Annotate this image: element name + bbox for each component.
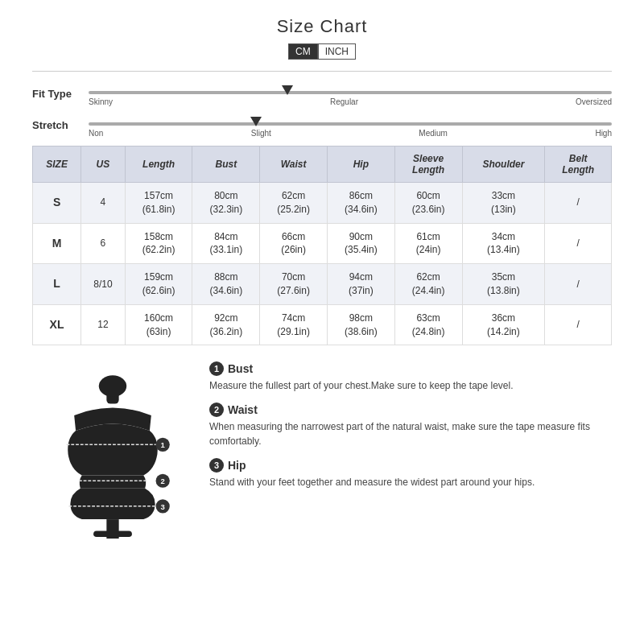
table-row: M6158cm(62.2in)84cm(33.1in)66cm(26in)90c…	[33, 223, 612, 264]
measurement-bust-title: 1Bust	[209, 361, 612, 376]
table-row: XL12160cm(63in)92cm(36.2in)74cm(29.1in)9…	[33, 304, 612, 345]
measurement-hip: 3HipStand with your feet together and me…	[209, 458, 612, 489]
measurement-bust: 1BustMeasure the fullest part of your ch…	[209, 361, 612, 393]
measurement-waist-title: 2Waist	[209, 402, 612, 417]
data-cell: 86cm(34.6in)	[327, 183, 394, 224]
data-cell: /	[545, 264, 612, 305]
fit-type-label-skinny: Skinny	[89, 97, 113, 106]
measurements-info: 1BustMeasure the fullest part of your ch…	[209, 361, 612, 539]
table-row: S4157cm(61.8in)80cm(32.3in)62cm(25.2in)8…	[33, 183, 612, 224]
fit-type-slider[interactable]: Skinny Regular Oversized	[89, 83, 612, 106]
data-cell: 98cm(38.6in)	[327, 304, 394, 345]
col-length: Length	[125, 147, 192, 183]
fit-type-track	[89, 91, 612, 94]
inch-button[interactable]: INCH	[318, 43, 356, 60]
data-cell: /	[545, 183, 612, 224]
data-cell: 88cm(34.6in)	[192, 264, 260, 305]
data-cell: 158cm(62.2in)	[125, 223, 192, 264]
col-shoulder: Shoulder	[462, 147, 545, 183]
fit-type-label-oversized: Oversized	[576, 97, 612, 106]
data-cell: 80cm(32.3in)	[192, 183, 260, 224]
measurement-waist: 2WaistWhen measuring the narrowest part …	[209, 402, 612, 448]
col-belt: BeltLength	[545, 147, 612, 183]
mannequin-wrap: 1 2 3	[32, 361, 193, 539]
data-cell: /	[545, 223, 612, 264]
cm-button[interactable]: CM	[288, 43, 318, 60]
svg-text:2: 2	[161, 477, 165, 485]
stretch-label: Stretch	[32, 114, 89, 131]
data-cell: 62cm(25.2in)	[260, 183, 328, 224]
mannequin-svg: 1 2 3	[40, 361, 185, 539]
divider	[32, 71, 612, 72]
stretch-label-non: Non	[89, 129, 103, 138]
stretch-label-slight: Slight	[251, 129, 271, 138]
data-cell: 33cm(13in)	[462, 183, 545, 224]
table-header-row: SIZE US Length Bust Waist Hip SleeveLeng…	[33, 147, 612, 183]
stretch-section: Stretch Non Slight Medium High	[32, 114, 612, 138]
stretch-labels: Non Slight Medium High	[89, 129, 612, 138]
data-cell: 63cm(24.8in)	[394, 304, 462, 345]
svg-point-3	[99, 376, 126, 398]
size-cell: XL	[33, 304, 81, 345]
size-cell: M	[33, 223, 81, 264]
bottom-section: 1 2 3 1BustMeasure the fullest part of y…	[32, 361, 612, 539]
measurement-title-text: Bust	[228, 362, 253, 375]
table-row: L8/10159cm(62.6in)88cm(34.6in)70cm(27.6i…	[33, 264, 612, 305]
col-us: US	[81, 147, 126, 183]
measurement-circle-2: 2	[209, 402, 224, 417]
data-cell: 92cm(36.2in)	[192, 304, 260, 345]
measurement-circle-1: 1	[209, 361, 224, 376]
col-hip: Hip	[327, 147, 394, 183]
data-cell: 84cm(33.1in)	[192, 223, 260, 264]
svg-rect-1	[93, 531, 132, 538]
measurement-circle-3: 3	[209, 458, 224, 473]
measurement-waist-desc: When measuring the narrowest part of the…	[209, 419, 612, 448]
data-cell: 90cm(35.4in)	[327, 223, 394, 264]
fit-type-labels: Skinny Regular Oversized	[89, 97, 612, 106]
col-sleeve: SleeveLength	[394, 147, 462, 183]
measurement-bust-desc: Measure the fullest part of your chest.M…	[209, 378, 612, 393]
data-cell: 61cm(24in)	[394, 223, 462, 264]
data-cell: 6	[81, 223, 126, 264]
data-cell: 35cm(13.8in)	[462, 264, 545, 305]
fit-type-label-regular: Regular	[330, 97, 358, 106]
data-cell: 12	[81, 304, 126, 345]
svg-text:1: 1	[161, 441, 166, 450]
unit-toggle: CM INCH	[32, 43, 612, 60]
measurement-hip-desc: Stand with your feet together and measur…	[209, 475, 612, 489]
col-bust: Bust	[192, 147, 260, 183]
svg-text:3: 3	[161, 502, 165, 511]
measurement-hip-title: 3Hip	[209, 458, 612, 473]
fit-type-section: Fit Type Skinny Regular Oversized	[32, 83, 612, 106]
data-cell: 70cm(27.6in)	[260, 264, 328, 305]
size-cell: S	[33, 183, 81, 224]
stretch-thumb	[250, 117, 262, 126]
data-cell: /	[545, 304, 612, 345]
measurement-title-text: Hip	[228, 459, 246, 472]
data-cell: 94cm(37in)	[327, 264, 394, 305]
data-cell: 8/10	[81, 264, 126, 305]
size-table: SIZE US Length Bust Waist Hip SleeveLeng…	[32, 146, 612, 345]
data-cell: 157cm(61.8in)	[125, 183, 192, 224]
data-cell: 160cm(63in)	[125, 304, 192, 345]
data-cell: 66cm(26in)	[260, 223, 328, 264]
stretch-label-medium: Medium	[419, 129, 448, 138]
data-cell: 60cm(23.6in)	[394, 183, 462, 224]
col-waist: Waist	[260, 147, 328, 183]
fit-type-label: Fit Type	[32, 83, 89, 100]
stretch-label-high: High	[595, 129, 612, 138]
data-cell: 36cm(14.2in)	[462, 304, 545, 345]
fit-type-thumb	[282, 85, 293, 95]
data-cell: 34cm(13.4in)	[462, 223, 545, 264]
stretch-track	[89, 122, 612, 126]
data-cell: 159cm(62.6in)	[125, 264, 192, 305]
measurement-title-text: Waist	[228, 403, 258, 416]
data-cell: 62cm(24.4in)	[394, 264, 462, 305]
size-cell: L	[33, 264, 81, 305]
col-size: SIZE	[33, 147, 81, 183]
data-cell: 74cm(29.1in)	[260, 304, 328, 345]
data-cell: 4	[81, 183, 126, 224]
page-title: Size Chart	[32, 16, 612, 37]
stretch-slider[interactable]: Non Slight Medium High	[89, 114, 612, 138]
